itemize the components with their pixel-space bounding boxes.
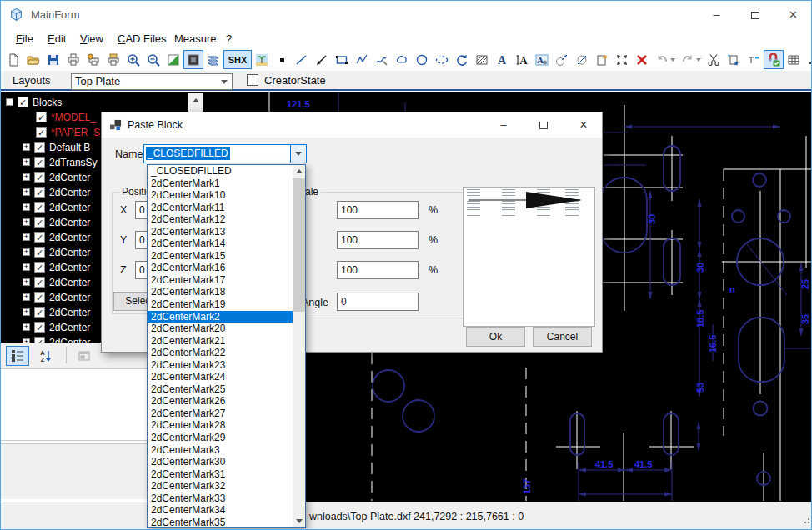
dropdown-item[interactable]: 2dCenterMark10: [148, 189, 293, 202]
dropdown-item[interactable]: 2dCenterMark1: [148, 178, 293, 190]
zoom-out-icon[interactable]: [143, 50, 163, 69]
tree-checkbox[interactable]: ✓: [18, 97, 28, 108]
angle-input[interactable]: 0: [337, 292, 419, 311]
dropdown-scroll-up-icon[interactable]: [293, 165, 305, 178]
dropdown-item[interactable]: 2dCenterMark20: [148, 322, 293, 335]
dropdown-item[interactable]: 2dCenterMark15: [148, 250, 293, 262]
dropdown-item[interactable]: 2dCenterMark27: [148, 408, 293, 420]
dropdown-item[interactable]: 2dCenterMark3: [148, 444, 293, 457]
dropdown-item[interactable]: 2dCenterMark11: [148, 202, 293, 214]
dark-background-icon[interactable]: [183, 50, 203, 69]
dropdown-item[interactable]: 2dCenterMark22: [148, 347, 293, 359]
tree-checkbox[interactable]: ✓: [34, 202, 45, 212]
block-name-combo[interactable]: _CLOSEDFILLED: [143, 144, 307, 163]
dropdown-scrollbar[interactable]: [293, 165, 305, 528]
dialog-minimize-button[interactable]: –: [487, 112, 520, 138]
hatch-icon[interactable]: [472, 50, 492, 69]
revision-cloud-icon[interactable]: [392, 50, 412, 69]
dimension-diameter-icon[interactable]: [572, 50, 592, 69]
tree-expander-icon[interactable]: +: [23, 173, 30, 181]
tree-expander-icon[interactable]: +: [23, 158, 30, 166]
dimension-radius-icon[interactable]: [552, 50, 572, 69]
tree-expander-icon[interactable]: +: [23, 263, 30, 271]
undo-icon[interactable]: [652, 50, 678, 69]
tree-expander-icon[interactable]: +: [23, 218, 30, 226]
combo-dropdown-button[interactable]: [290, 145, 306, 162]
dropdown-item[interactable]: 2dCenterMark21: [148, 335, 293, 348]
tree-expander-icon[interactable]: +: [23, 233, 30, 241]
polyline-icon[interactable]: [352, 50, 372, 69]
arc-rotate-icon[interactable]: [452, 50, 472, 69]
invert-background-icon[interactable]: [163, 50, 183, 69]
tree-checkbox[interactable]: ✓: [34, 217, 45, 228]
tolerance-icon[interactable]: [744, 50, 764, 69]
dropdown-item[interactable]: 2dCenterMark34: [148, 504, 293, 517]
dropdown-scroll-down-icon[interactable]: [293, 515, 305, 528]
scroll-up-icon[interactable]: [188, 93, 203, 108]
dropdown-item[interactable]: 2dCenterMark26: [148, 395, 293, 408]
resize-grip[interactable]: [804, 522, 806, 523]
dropdown-item[interactable]: 2dCenterMark14: [148, 238, 293, 250]
zoom-in-icon[interactable]: [123, 50, 143, 69]
dropdown-item[interactable]: 2dCenterMark33: [148, 492, 293, 505]
print-icon[interactable]: [63, 50, 83, 69]
point-icon[interactable]: [272, 50, 292, 69]
zoom-extents-icon[interactable]: [612, 50, 632, 69]
scale-z-input[interactable]: 100: [337, 261, 419, 279]
dialog-close-button[interactable]: ×: [567, 112, 600, 138]
tree-expander-icon[interactable]: +: [23, 308, 30, 316]
menu-help[interactable]: ?: [223, 31, 235, 47]
freehand-icon[interactable]: [372, 50, 392, 69]
dropdown-item[interactable]: 2dCenterMark28: [148, 419, 293, 432]
redo-icon[interactable]: [678, 50, 704, 69]
minimize-button[interactable]: –: [698, 1, 735, 28]
tree-checkbox[interactable]: ✓: [36, 112, 47, 122]
dropdown-scroll-thumb[interactable]: [293, 178, 305, 312]
dialog-maximize-button[interactable]: [527, 112, 560, 138]
dropdown-item[interactable]: 2dCenterMark13: [148, 226, 293, 238]
text-icon[interactable]: A: [492, 50, 512, 69]
layers-icon[interactable]: [203, 50, 223, 69]
scan-icon[interactable]: [103, 50, 123, 69]
tree-checkbox[interactable]: ✓: [36, 127, 47, 138]
tree-checkbox[interactable]: ✓: [34, 247, 45, 258]
tree-checkbox[interactable]: ✓: [34, 292, 45, 302]
line-icon[interactable]: [292, 50, 312, 69]
dropdown-item[interactable]: 2dCenterMark17: [148, 274, 293, 287]
undo-dropdown-icon[interactable]: [670, 58, 675, 62]
dropdown-item[interactable]: 2dCenterMark19: [148, 298, 293, 311]
dropdown-item[interactable]: 2dCenterMark12: [148, 213, 293, 226]
polyline-arrow-icon[interactable]: [312, 50, 332, 69]
cut-icon[interactable]: [704, 50, 724, 69]
menu-view[interactable]: View: [77, 31, 107, 47]
save-icon[interactable]: [43, 50, 63, 69]
shx-fonts-button[interactable]: SHX: [223, 50, 252, 69]
ok-button[interactable]: Ok: [466, 327, 525, 347]
tree-item[interactable]: –✓Blocks: [1, 94, 203, 109]
new-file-icon[interactable]: [3, 50, 23, 69]
snap-magnet-icon[interactable]: [764, 50, 784, 69]
tree-expander-icon[interactable]: +: [23, 188, 30, 196]
dropdown-item[interactable]: 2dCenterMark29: [148, 432, 293, 444]
print-setup-icon[interactable]: [83, 50, 103, 69]
tree-checkbox[interactable]: ✓: [34, 187, 45, 198]
circle-icon[interactable]: [412, 50, 432, 69]
tree-expander-icon[interactable]: +: [23, 203, 30, 211]
scale-y-input[interactable]: 100: [337, 231, 419, 249]
tree-checkbox[interactable]: ✓: [34, 157, 45, 168]
dropdown-item[interactable]: 2dCenterMark23: [148, 359, 293, 372]
dropdown-item[interactable]: 2dCenterMark31: [148, 468, 293, 481]
delete-icon[interactable]: [632, 50, 652, 69]
tree-expander-icon[interactable]: +: [23, 248, 30, 256]
tree-expander-icon[interactable]: +: [23, 293, 30, 301]
tree-checkbox[interactable]: ✓: [34, 142, 45, 152]
dropdown-item[interactable]: 2dCenterMark30: [148, 456, 293, 468]
menu-measure[interactable]: Measure: [171, 31, 220, 47]
tree-expander-icon[interactable]: +: [23, 278, 30, 286]
ellipse-icon[interactable]: [432, 50, 452, 69]
property-pages-icon[interactable]: [73, 346, 96, 366]
categorized-view-icon[interactable]: [6, 346, 29, 366]
menu-edit[interactable]: Edit: [44, 31, 69, 47]
tree-expander-icon[interactable]: +: [23, 323, 30, 331]
redo-dropdown-icon[interactable]: [696, 58, 701, 62]
